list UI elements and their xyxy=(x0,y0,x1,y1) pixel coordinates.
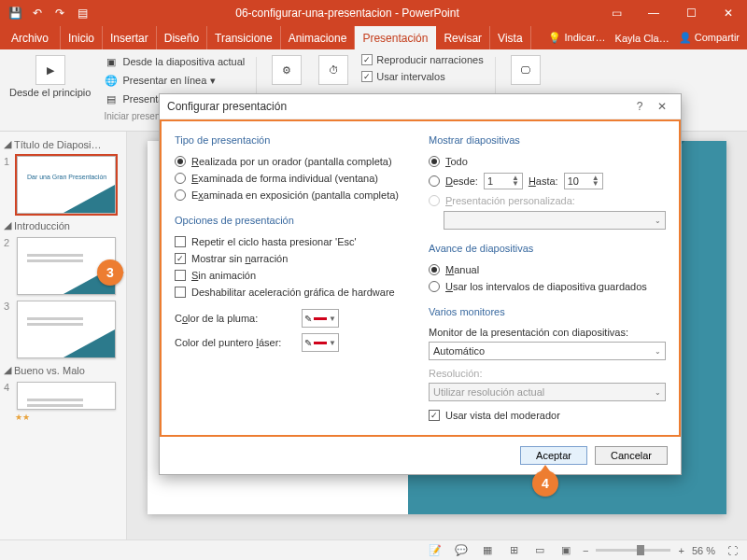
tab-vista[interactable]: Vista xyxy=(490,26,530,49)
group-show-slides: Mostrar diapositivas xyxy=(429,134,666,146)
radio-kiosk[interactable]: Examinada en exposición (pantalla comple… xyxy=(175,189,412,202)
radio-all-slides[interactable]: Todo xyxy=(429,155,666,168)
radio-from-to[interactable]: Desde: 1▲▼ Hasta: 10▲▼ xyxy=(429,172,666,190)
callout-4: 4 xyxy=(532,470,558,497)
start-show-icon[interactable]: ▤ xyxy=(75,6,90,21)
slide-thumb-3[interactable]: 3 xyxy=(2,298,124,361)
resolution-label: Resolución: xyxy=(429,368,666,379)
rehearse-button[interactable]: ⏱ xyxy=(315,53,352,87)
group-monitors: Varios monitores xyxy=(429,306,666,317)
zoom-out-button[interactable]: − xyxy=(583,545,588,556)
check-no-animation[interactable]: Sin animación xyxy=(175,269,412,282)
check-loop[interactable]: Repetir el ciclo hasta presionar 'Esc' xyxy=(175,235,412,248)
ok-button[interactable]: Aceptar xyxy=(520,446,587,465)
clock-icon: ⏱ xyxy=(318,55,348,85)
close-button[interactable]: ✕ xyxy=(710,0,747,26)
laser-color-picker[interactable]: ✎▼ xyxy=(302,333,339,352)
tab-insertar[interactable]: Insertar xyxy=(103,26,157,49)
monitor-select[interactable]: Automático⌄ xyxy=(429,342,666,360)
maximize-button[interactable]: ☐ xyxy=(672,0,710,26)
section-header[interactable]: ◢ Bueno vs. Malo xyxy=(2,361,124,379)
window-title: 06-configurar-una-presentacion - PowerPo… xyxy=(97,7,598,20)
radio-presenter[interactable]: Realizada por un orador (pantalla comple… xyxy=(175,155,412,168)
fit-button[interactable]: ⛶ xyxy=(723,543,741,558)
share-button[interactable]: 👤 Compartir xyxy=(679,32,740,44)
from-input[interactable]: 1▲▼ xyxy=(484,173,523,189)
dialog-close-button[interactable]: ✕ xyxy=(651,100,673,113)
check-no-narration[interactable]: ✓Mostrar sin narración xyxy=(175,252,412,265)
pen-color-picker[interactable]: ✎▼ xyxy=(302,309,339,328)
tab-inicio[interactable]: Inicio xyxy=(61,26,103,49)
tell-me[interactable]: 💡 Indicar… xyxy=(548,32,605,44)
callout-3: 3 xyxy=(97,259,123,286)
slide-panel[interactable]: ◢ Título de Diaposi… 1 Dar una Gran Pres… xyxy=(0,132,127,539)
slide-thumb-1[interactable]: 1 Dar una Gran Presentación xyxy=(2,153,124,217)
slide-icon: ▣ xyxy=(104,54,119,69)
from-beginning-button[interactable]: ▶ Desde el principio xyxy=(6,53,94,100)
reading-view-icon[interactable]: ▭ xyxy=(530,543,549,558)
slide-animation-icon: ★★ xyxy=(2,413,124,422)
normal-view-icon[interactable]: ▦ xyxy=(478,543,497,558)
monitor-label: Monitor de la presentación con diapositi… xyxy=(429,327,666,338)
slide-thumb-4[interactable]: 4 xyxy=(2,379,124,413)
sorter-view-icon[interactable]: ⊞ xyxy=(504,543,523,558)
section-header[interactable]: ◢ Introducción xyxy=(2,217,124,234)
tab-diseno[interactable]: Diseño xyxy=(157,26,207,49)
list-icon: ▤ xyxy=(104,91,119,106)
dialog-title: Configurar presentación xyxy=(167,100,628,113)
tab-revisar[interactable]: Revisar xyxy=(436,26,490,49)
comments-button[interactable]: 💬 xyxy=(452,543,471,558)
radio-individual[interactable]: Examinada de forma individual (ventana) xyxy=(175,172,412,185)
zoom-in-button[interactable]: + xyxy=(678,545,684,556)
tab-archivo[interactable]: Archivo xyxy=(0,26,61,49)
undo-icon[interactable]: ↶ xyxy=(30,6,45,21)
custom-show-select: ⌄ xyxy=(444,211,666,230)
title-bar: 💾 ↶ ↷ ▤ 06-configurar-una-presentacion -… xyxy=(0,0,747,26)
slideshow-view-icon[interactable]: ▣ xyxy=(557,543,575,558)
minimize-button[interactable]: — xyxy=(635,0,672,26)
group-advance: Avance de diapositivas xyxy=(429,243,666,254)
save-icon[interactable]: 💾 xyxy=(7,6,22,21)
laser-color-label: Color del puntero láser: xyxy=(175,337,296,348)
monitor-button[interactable]: 🖵 xyxy=(507,53,544,87)
play-narrations-check[interactable]: ✓Reproducir narraciones xyxy=(361,53,483,66)
group-show-options: Opciones de presentación xyxy=(175,215,412,226)
present-online-button[interactable]: 🌐Presentar en línea ▾ xyxy=(104,72,245,89)
group-show-type: Tipo de presentación xyxy=(175,134,412,146)
status-bar: 📝 💬 ▦ ⊞ ▭ ▣ − + 56 % ⛶ xyxy=(0,539,747,560)
check-disable-hw[interactable]: Deshabilitar aceleración gráfica de hard… xyxy=(175,286,412,299)
play-icon: ▶ xyxy=(35,55,65,85)
use-timings-check[interactable]: ✓Usar intervalos xyxy=(361,70,483,83)
notes-button[interactable]: 📝 xyxy=(426,543,444,558)
check-presenter-view[interactable]: ✓Usar vista del moderador xyxy=(429,409,666,422)
cancel-button[interactable]: Cancelar xyxy=(595,446,668,465)
ribbon-tabs: Archivo Inicio Insertar Diseño Transicio… xyxy=(0,26,747,49)
radio-custom-show: Presentación personalizada: xyxy=(429,194,666,207)
help-button[interactable]: ? xyxy=(628,100,651,113)
ribbon-options-icon[interactable]: ▭ xyxy=(598,0,635,26)
redo-icon[interactable]: ↷ xyxy=(52,6,67,21)
radio-timings[interactable]: Usar los intervalos de diapositiva guard… xyxy=(429,280,666,293)
zoom-slider[interactable] xyxy=(596,549,670,552)
pen-color-label: Color de la pluma: xyxy=(175,313,296,324)
radio-manual[interactable]: Manual xyxy=(429,263,666,276)
globe-icon: 🌐 xyxy=(104,73,119,88)
setup-show-dialog: Configurar presentación ? ✕ Tipo de pres… xyxy=(159,93,682,475)
section-header[interactable]: ◢ Título de Diaposi… xyxy=(2,135,124,153)
to-input[interactable]: 10▲▼ xyxy=(564,173,603,189)
tab-animaciones[interactable]: Animacione xyxy=(281,26,356,49)
resolution-select: Utilizar resolución actual⌄ xyxy=(429,383,666,401)
user-name[interactable]: Kayla Cla… xyxy=(615,33,669,44)
monitor-icon: 🖵 xyxy=(511,55,541,85)
setup-icon: ⚙ xyxy=(272,55,302,85)
tab-presentacion[interactable]: Presentación xyxy=(355,26,436,49)
setup-show-button[interactable]: ⚙ xyxy=(268,53,305,87)
zoom-level[interactable]: 56 % xyxy=(692,545,715,556)
from-current-button[interactable]: ▣Desde la diapositiva actual xyxy=(104,53,245,70)
tab-transiciones[interactable]: Transicione xyxy=(207,26,281,49)
